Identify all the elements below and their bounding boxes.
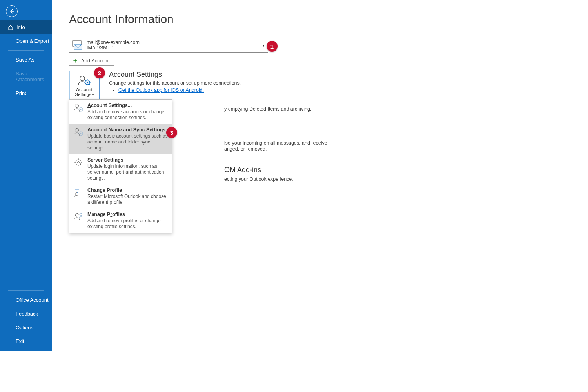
section-subtext: Change settings for this account or set … bbox=[109, 80, 241, 86]
svg-point-23 bbox=[75, 213, 78, 216]
profile-swap-icon bbox=[73, 187, 83, 198]
back-button[interactable] bbox=[6, 5, 18, 17]
account-select-dropdown[interactable]: mail@one-example.com IMAP/SMTP ▾ bbox=[69, 38, 268, 53]
sidebar-divider bbox=[8, 50, 44, 51]
menu-item-desc: Update login information, such as server… bbox=[87, 163, 168, 181]
menu-item-title: Account Settings... bbox=[87, 103, 168, 108]
plus-icon: ＋ bbox=[72, 57, 79, 64]
account-sync-icon bbox=[73, 127, 83, 137]
menu-item-title: Change Profile bbox=[87, 187, 168, 193]
peek-text: y emptying Deleted Items and archiving. bbox=[224, 106, 311, 112]
sidebar-item-save-attachments: Save Attachments bbox=[0, 67, 52, 86]
svg-point-14 bbox=[75, 104, 79, 108]
menu-item-change-profile[interactable]: Change Profile Restart Microsoft Outlook… bbox=[69, 184, 172, 209]
sidebar-divider bbox=[8, 290, 44, 291]
callout-badge-1: 1 bbox=[267, 41, 278, 52]
page-title: Account Information bbox=[69, 13, 510, 26]
sidebar-item-open-export[interactable]: Open & Export bbox=[0, 34, 52, 48]
sidebar-label-info: Info bbox=[16, 24, 25, 30]
svg-point-21 bbox=[78, 162, 80, 163]
sidebar-item-exit[interactable]: Exit bbox=[0, 334, 52, 348]
peek-text: ise your incoming email messages, and re… bbox=[224, 140, 327, 146]
sidebar-item-options[interactable]: Options bbox=[0, 321, 52, 334]
peek-heading: OM Add-ins bbox=[224, 166, 261, 174]
chevron-down-icon: ▾ bbox=[263, 43, 265, 47]
svg-point-11 bbox=[80, 76, 85, 81]
get-outlook-app-link[interactable]: Get the Outlook app for iOS or Android. bbox=[118, 87, 204, 93]
menu-item-desc: Add and remove profiles or change existi… bbox=[87, 218, 168, 230]
menu-item-desc: Update basic account settings such as ac… bbox=[87, 133, 168, 151]
add-account-label: Add Account bbox=[81, 58, 110, 64]
svg-point-20 bbox=[76, 160, 81, 165]
menu-item-title: Manage Profiles bbox=[87, 212, 168, 217]
menu-item-title: Server Settings bbox=[87, 157, 168, 163]
menu-item-manage-profiles[interactable]: Manage Profiles Add and remove profiles … bbox=[69, 209, 172, 233]
account-settings-icon bbox=[78, 74, 91, 86]
tile-label: Account Settings▾ bbox=[75, 87, 94, 97]
svg-point-13 bbox=[87, 82, 88, 83]
sidebar-item-feedback[interactable]: Feedback bbox=[0, 307, 52, 321]
account-protocol: IMAP/SMTP bbox=[87, 45, 140, 51]
section-heading-account-settings: Account Settings bbox=[109, 71, 241, 79]
add-account-button[interactable]: ＋ Add Account bbox=[69, 55, 114, 66]
account-settings-icon bbox=[73, 103, 83, 113]
peek-text: anged, or removed. bbox=[224, 146, 267, 152]
menu-item-account-name-sync[interactable]: Account Name and Sync Settings Update ba… bbox=[69, 124, 172, 154]
svg-point-19 bbox=[80, 133, 82, 134]
sidebar-item-print[interactable]: Print bbox=[0, 86, 52, 100]
peek-text: ecting your Outlook experience. bbox=[224, 176, 293, 182]
callout-badge-2: 2 bbox=[94, 67, 105, 78]
account-email: mail@one-example.com bbox=[87, 40, 140, 45]
menu-item-server-settings[interactable]: Server Settings Update login information… bbox=[69, 154, 172, 184]
menu-item-desc: Restart Microsoft Outlook and choose a d… bbox=[87, 194, 168, 205]
callout-badge-3: 3 bbox=[166, 127, 177, 138]
menu-item-title: Account Name and Sync Settings bbox=[87, 127, 168, 132]
sidebar-item-save-as[interactable]: Save As bbox=[0, 53, 52, 67]
svg-point-16 bbox=[80, 109, 82, 110]
mail-account-icon bbox=[72, 40, 83, 50]
backstage-sidebar: Info Open & Export Save As Save Attachme… bbox=[0, 0, 52, 351]
account-settings-menu: Account Settings... Add and remove accou… bbox=[69, 99, 172, 233]
sidebar-item-office-account[interactable]: Office Account bbox=[0, 293, 52, 307]
menu-item-desc: Add and remove accounts or change existi… bbox=[87, 109, 168, 121]
svg-point-17 bbox=[75, 129, 79, 132]
sidebar-item-info[interactable]: Info bbox=[0, 20, 52, 34]
home-icon bbox=[8, 25, 13, 30]
menu-item-account-settings[interactable]: Account Settings... Add and remove accou… bbox=[69, 100, 172, 124]
profiles-icon bbox=[73, 212, 83, 222]
svg-point-24 bbox=[80, 213, 82, 216]
gear-icon bbox=[73, 157, 83, 167]
